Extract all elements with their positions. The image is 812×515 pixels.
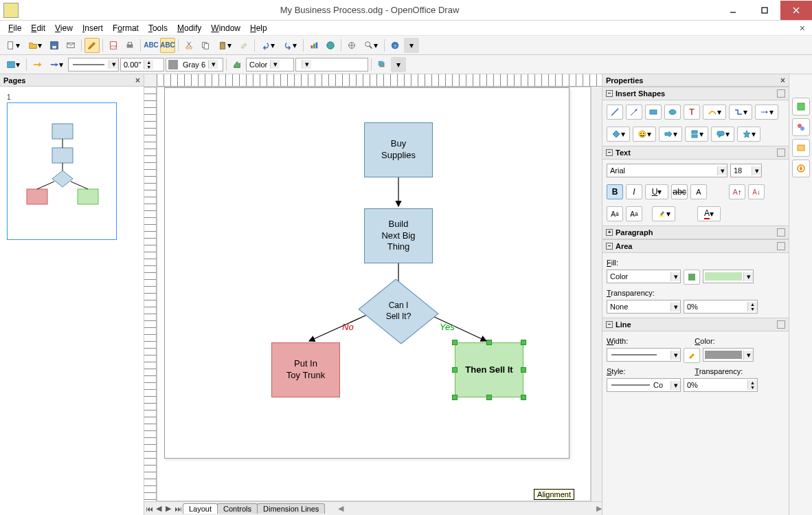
format-paint-button[interactable] [236, 38, 251, 53]
vertical-scrollbar[interactable] [591, 87, 602, 501]
horizontal-ruler[interactable] [157, 74, 602, 87]
copy-button[interactable] [198, 38, 213, 53]
zoom-button[interactable]: ▾ [361, 38, 381, 53]
section-expand-icon[interactable] [777, 89, 785, 98]
print-button[interactable] [122, 38, 137, 53]
fill-mode-combo[interactable]: Color▾ [607, 270, 681, 283]
menu-modify[interactable]: Modify [173, 22, 205, 34]
shadow-button[interactable] [374, 57, 390, 72]
selection-handle[interactable] [521, 395, 526, 400]
selection-handle[interactable] [452, 367, 458, 373]
tab-dimension[interactable]: Dimension Lines [257, 503, 325, 514]
basic-shapes-icon[interactable]: ▾ [607, 127, 630, 142]
save-button[interactable] [47, 38, 62, 53]
tab-nav-last-icon[interactable]: ⏭ [173, 505, 183, 513]
font-size-combo[interactable]: 18▾ [730, 164, 762, 177]
callouts-icon[interactable]: ▾ [711, 127, 734, 142]
connector-icon[interactable]: ▾ [729, 105, 752, 120]
flowchart-box-toy-trunk[interactable]: Put In Toy Trunk [271, 342, 340, 397]
line-width-combo[interactable]: ▾ [607, 348, 681, 362]
close-button[interactable] [780, 1, 812, 20]
shadow-text-button[interactable]: A [690, 184, 707, 199]
flowchart-decision[interactable]: Can I Sell It? [371, 287, 426, 336]
email-button[interactable] [63, 38, 78, 53]
pages-panel-close-icon[interactable]: × [135, 76, 140, 85]
cut-button[interactable] [181, 38, 196, 53]
selection-handle[interactable] [452, 340, 458, 345]
section-area[interactable]: −Area [602, 239, 789, 253]
section-expand-icon[interactable] [777, 228, 785, 237]
section-text[interactable]: −Text [602, 146, 789, 160]
paste-button[interactable]: ▾ [214, 38, 235, 53]
menu-tools[interactable]: Tools [144, 22, 172, 34]
menu-format[interactable]: Format [109, 22, 143, 34]
connector-label-yes[interactable]: Yes [440, 322, 455, 332]
menu-edit[interactable]: Edit [27, 22, 49, 34]
tab-controls[interactable]: Controls [217, 503, 258, 514]
pdf-button[interactable]: PDF [106, 38, 121, 53]
line-icon[interactable] [607, 105, 623, 120]
chart-button[interactable] [306, 38, 322, 53]
connector-label-no[interactable]: No [342, 322, 354, 332]
redo-button[interactable]: ▾ [280, 38, 300, 53]
underline-button[interactable]: U ▾ [645, 184, 668, 199]
symbol-shapes-icon[interactable]: ▾ [633, 127, 656, 142]
area-button[interactable] [229, 57, 245, 72]
line-style-combo[interactable]: Co▾ [607, 378, 681, 392]
text-icon[interactable]: T [684, 105, 700, 120]
arrow-icon[interactable] [626, 105, 642, 120]
fill-color-combo[interactable]: ▾ [703, 270, 754, 283]
hyperlink-button[interactable] [323, 38, 338, 53]
sidebar-navigator-icon[interactable] [792, 160, 810, 177]
rectangle-icon[interactable] [645, 105, 662, 120]
curve-icon[interactable]: ▾ [703, 105, 726, 120]
toolbar2-overflow-icon[interactable]: ▾ [391, 57, 406, 72]
transparency-mode-combo[interactable]: None▾ [607, 300, 681, 314]
menu-help[interactable]: Help [246, 22, 271, 34]
section-expand-icon[interactable] [777, 242, 785, 250]
sub-button[interactable]: Aa [626, 206, 642, 221]
flowchart-box-sell-it[interactable]: Then Sell It [455, 342, 523, 397]
line-transparency-spinner[interactable]: 0%▲▼ [684, 378, 758, 392]
bold-button[interactable]: B [607, 184, 623, 199]
page-thumbnail[interactable] [7, 102, 117, 240]
decrease-font-button[interactable]: A↓ [748, 184, 765, 199]
vertical-ruler[interactable] [144, 87, 157, 501]
properties-close-icon[interactable]: × [780, 76, 785, 85]
fill-color-combo[interactable]: ▾ [295, 58, 368, 72]
selection-handle[interactable] [486, 340, 492, 345]
line-color-icon[interactable] [684, 348, 700, 363]
selection-handle[interactable] [486, 395, 492, 400]
sidebar-gallery-icon[interactable] [792, 139, 810, 157]
maximize-button[interactable] [749, 1, 780, 20]
help-button[interactable]: ? [387, 38, 403, 53]
section-expand-icon[interactable] [777, 149, 785, 157]
section-insert-shapes[interactable]: −Insert Shapes [602, 87, 789, 100]
toolbar-overflow-icon[interactable]: ▾ [404, 38, 419, 53]
sidebar-styles-icon[interactable] [792, 118, 810, 136]
tab-nav-prev-icon[interactable]: ◀ [154, 504, 163, 513]
section-line[interactable]: −Line [602, 318, 789, 331]
section-expand-icon[interactable] [777, 320, 785, 329]
line-ends-button[interactable]: ▾ [46, 57, 67, 72]
document-close-icon[interactable]: × [796, 21, 808, 35]
selection-handle[interactable] [452, 395, 458, 400]
block-arrows-icon[interactable]: ▾ [659, 127, 682, 142]
line-style-combo[interactable]: ▾ [68, 58, 119, 72]
selection-handle[interactable] [521, 340, 526, 345]
sidebar-properties-icon[interactable] [792, 98, 810, 116]
stars-icon[interactable]: ▾ [737, 127, 760, 142]
font-color-button[interactable]: A ▾ [697, 206, 721, 221]
spellcheck-button[interactable]: ABC [144, 38, 159, 53]
line-color-combo[interactable]: ▾ [703, 348, 754, 362]
menu-insert[interactable]: Insert [78, 22, 107, 34]
menu-file[interactable]: File [4, 22, 25, 34]
font-name-combo[interactable]: Arial▾ [607, 164, 728, 177]
tab-nav-next-icon[interactable]: ▶ [163, 504, 173, 513]
line-color-combo[interactable]: Gray 6▾ [166, 58, 223, 72]
selection-handle[interactable] [521, 367, 526, 373]
flowchart-box-buy-supplies[interactable]: Buy Supplies [364, 122, 433, 177]
transparency-value-spinner[interactable]: 0%▲▼ [684, 300, 758, 314]
ellipse-icon[interactable] [664, 105, 681, 120]
tab-layout[interactable]: Layout [183, 503, 218, 514]
